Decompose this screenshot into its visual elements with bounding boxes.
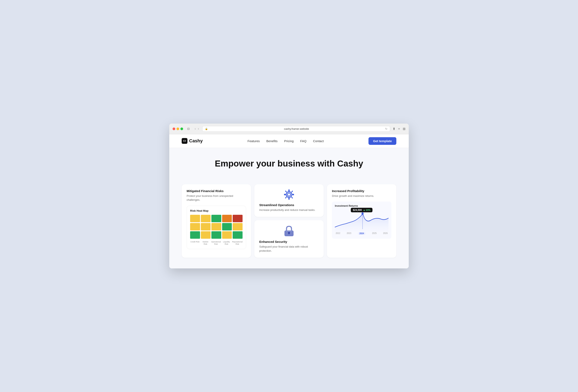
browser-icons-left: ⊡: [186, 127, 191, 131]
risk-label-liquidity: Liquidity Risk: [222, 241, 231, 246]
minimize-button[interactable]: [177, 128, 179, 130]
svg-point-4: [288, 193, 290, 196]
browser-icons-right: ⬆ ＋ ⊞: [393, 127, 405, 131]
heat-cell-r2c1: [190, 223, 200, 230]
chart-tooltip: $24,500 ▲ 23%: [351, 208, 372, 212]
nav-faq[interactable]: FAQ: [300, 139, 306, 143]
card1-title: Mitigated Financial Risks: [187, 189, 246, 193]
heat-cell-r3c4: [222, 231, 232, 239]
x-label-2023: 2023: [347, 232, 351, 235]
nav-contact[interactable]: Contact: [313, 139, 324, 143]
cards-grid: Mitigated Financial Risks Protect your b…: [169, 184, 409, 269]
logo-icon: [182, 138, 188, 144]
site-content: Cashy Features Benefits Pricing FAQ Cont…: [169, 134, 409, 269]
hero-title: Empower your business with Cashy: [182, 159, 396, 169]
close-button[interactable]: [173, 128, 175, 130]
chart-title: Investment Returns: [335, 205, 388, 207]
logo: Cashy: [182, 138, 203, 144]
investment-chart: Investment Returns $24,500 ▲ 23%: [332, 202, 391, 239]
svg-rect-8: [289, 233, 289, 234]
maximize-button[interactable]: [180, 128, 183, 130]
card2a-title: Streamlined Operations: [259, 203, 319, 207]
heat-cell-r2c2: [201, 223, 211, 230]
card-enhanced-security: Enhanced Security Safeguard your financi…: [254, 220, 324, 258]
url-text: cashy.framer.website: [209, 127, 384, 131]
get-template-button[interactable]: Get template: [369, 137, 396, 145]
x-label-2022: 2022: [336, 232, 340, 235]
card2b-subtitle: Safeguard your financial data with robus…: [259, 245, 319, 253]
heat-cell-r1c2: [201, 215, 211, 222]
card2b-title: Enhanced Security: [259, 240, 319, 243]
navbar: Cashy Features Benefits Pricing FAQ Cont…: [169, 134, 409, 148]
browser-window: ⊡ ‹ › 🔒 cashy.framer.website ↻ ⬆ ＋ ⊞: [169, 124, 409, 269]
svg-point-1: [184, 140, 185, 141]
svg-rect-9: [285, 231, 293, 231]
middle-col: Streamlined Operations Increase producti…: [254, 184, 324, 258]
back-button[interactable]: ‹: [194, 127, 196, 131]
chart-x-labels: 2022 2023 2024 2025 2026: [335, 232, 388, 235]
gear-icon: [259, 189, 319, 200]
risk-label-reputational: Reputational Risk: [232, 241, 242, 246]
heat-cell-r3c5: [233, 231, 242, 239]
heat-cell-r1c5: [233, 215, 242, 222]
card-streamlined-ops: Streamlined Operations Increase producti…: [254, 184, 324, 217]
heat-cell-r3c1: [190, 231, 200, 239]
logo-text: Cashy: [189, 138, 203, 144]
card3-title: Increased Profitability: [332, 189, 391, 193]
tooltip-value: $24,500: [353, 209, 362, 212]
nav-benefits[interactable]: Benefits: [266, 139, 278, 143]
heat-cell-r2c4: [222, 223, 232, 230]
risk-map-title: Risk Heat Map: [190, 209, 242, 212]
lock-icon: 🔒: [205, 128, 208, 130]
nav-arrows: ‹ ›: [194, 127, 200, 131]
heat-cell-r1c3: [211, 215, 221, 222]
reload-icon: ↻: [385, 127, 387, 131]
risk-label-market: Market Risk: [201, 241, 210, 246]
forward-button[interactable]: ›: [197, 127, 200, 131]
new-tab-icon[interactable]: ＋: [397, 127, 401, 131]
risk-map-container: Risk Heat Map: [187, 206, 246, 249]
heat-cell-r1c4: [222, 215, 232, 222]
heat-map-grid: [190, 215, 242, 239]
x-label-2026: 2026: [383, 232, 388, 235]
risk-label-operational: Operational Risk: [211, 241, 221, 246]
nav-links: Features Benefits Pricing FAQ Contact: [247, 139, 324, 143]
grid-icon[interactable]: ⊞: [403, 127, 405, 131]
heat-cell-r1c1: [190, 215, 200, 222]
traffic-lights: [173, 128, 183, 130]
hero-section: Empower your business with Cashy: [169, 148, 409, 184]
url-bar[interactable]: 🔒 cashy.framer.website ↻: [202, 126, 390, 132]
heat-cell-r3c3: [211, 231, 221, 239]
nav-features[interactable]: Features: [247, 139, 260, 143]
share-icon[interactable]: ⬆: [393, 127, 395, 131]
chart-line: [335, 209, 388, 232]
tooltip-badge: ▲ 23%: [363, 209, 371, 211]
browser-chrome: ⊡ ‹ › 🔒 cashy.framer.website ↻ ⬆ ＋ ⊞: [169, 124, 409, 134]
x-label-2025: 2025: [372, 232, 377, 235]
risk-label-credit: Credit Risk: [190, 241, 200, 246]
risk-labels: Credit Risk Market Risk Operational Risk…: [190, 241, 242, 246]
nav-pricing[interactable]: Pricing: [284, 139, 294, 143]
card-profitability: Increased Profitability Drive growth and…: [327, 184, 396, 258]
card-financial-risks: Mitigated Financial Risks Protect your b…: [182, 184, 251, 258]
heat-cell-r2c3: [211, 223, 221, 230]
heat-cell-r2c5: [233, 223, 242, 230]
card3-subtitle: Drive growth and maximize returns.: [332, 194, 391, 198]
x-label-2024: 2024: [358, 232, 366, 235]
card1-subtitle: Protect your business from unexpected ch…: [187, 194, 246, 202]
heat-cell-r3c2: [201, 231, 211, 239]
card2a-subtitle: Increase productivity and reduce manual …: [259, 208, 319, 212]
lock-icon: [259, 225, 319, 237]
sidebar-toggle-button[interactable]: ⊡: [186, 127, 191, 131]
